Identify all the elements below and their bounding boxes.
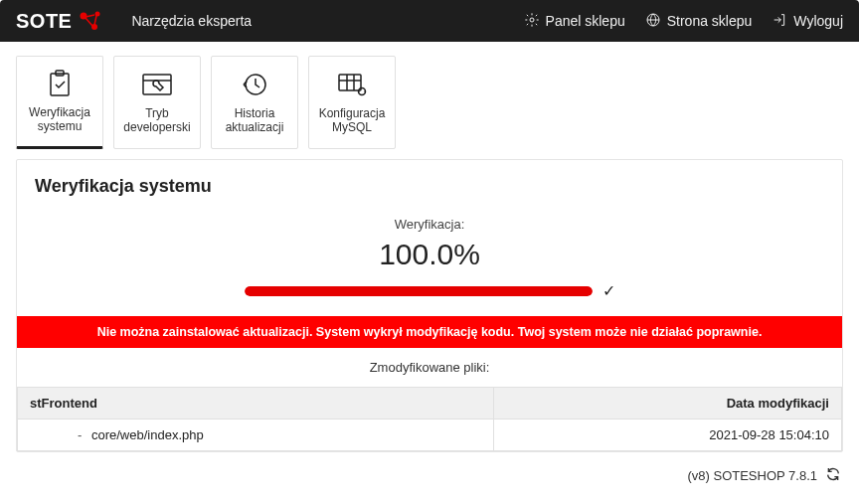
- progress-fill: [245, 286, 593, 296]
- tab-dev-label: Tryb developerski: [114, 106, 200, 135]
- store-link-label: Strona sklepu: [667, 13, 753, 29]
- verify-block: Weryfikacja: 100.0% ✓: [17, 207, 842, 316]
- tab-verify[interactable]: Weryfikacja systemu: [16, 56, 103, 149]
- modified-files-label: Zmodyfikowane pliki:: [17, 348, 842, 387]
- panel-link[interactable]: Panel sklepu: [524, 12, 625, 31]
- logout-icon: [772, 12, 787, 31]
- logout-link-label: Wyloguj: [793, 13, 843, 29]
- version-text: (v8) SOTESHOP 7.8.1: [687, 468, 817, 483]
- tabs: Weryfikacja systemu Tryb developerski Hi…: [0, 42, 859, 149]
- topbar-right: Panel sklepu Strona sklepu Wyloguj: [524, 12, 843, 31]
- logout-link[interactable]: Wyloguj: [772, 12, 843, 31]
- file-path: core/web/index.php: [78, 427, 204, 442]
- modified-files-table: stFrontend Data modyfikacji core/web/ind…: [17, 387, 842, 451]
- svg-point-17: [359, 87, 366, 94]
- topbar-title: Narzędzia eksperta: [131, 13, 252, 29]
- logo-icon: [78, 10, 103, 32]
- col-date: Data modyfikacji: [494, 388, 842, 420]
- globe-icon: [645, 12, 661, 31]
- history-icon: [238, 71, 271, 98]
- logo[interactable]: SOTE: [16, 10, 103, 33]
- svg-point-6: [530, 18, 534, 22]
- file-cell: core/web/index.php: [18, 420, 494, 451]
- svg-rect-10: [143, 75, 171, 94]
- main-panel: Weryfikacja systemu Weryfikacja: 100.0% …: [16, 159, 843, 452]
- progress-bar: [245, 286, 593, 296]
- verify-label: Weryfikacja:: [17, 217, 842, 232]
- topbar: SOTE Narzędzia eksperta Panel sklepu Str…: [0, 0, 859, 42]
- table-gear-icon: [335, 71, 369, 98]
- tab-mysql-label: Konfiguracja MySQL: [309, 106, 395, 135]
- brand-text: SOTE: [16, 10, 72, 33]
- error-alert: Nie można zainstalować aktualizacji. Sys…: [17, 316, 842, 348]
- panel-link-label: Panel sklepu: [546, 13, 625, 29]
- tab-history-label: Historia aktualizacji: [212, 106, 297, 135]
- svg-line-5: [94, 16, 96, 25]
- svg-rect-8: [51, 74, 69, 95]
- gear-icon: [524, 12, 540, 31]
- tab-history[interactable]: Historia aktualizacji: [211, 56, 298, 149]
- page-title: Weryfikacja systemu: [17, 160, 842, 207]
- tab-verify-label: Weryfikacja systemu: [17, 105, 102, 134]
- svg-point-1: [95, 12, 100, 17]
- refresh-icon[interactable]: [825, 466, 841, 485]
- footer: (v8) SOTESHOP 7.8.1: [0, 452, 859, 499]
- wrench-window-icon: [140, 71, 174, 98]
- store-link[interactable]: Strona sklepu: [645, 12, 753, 31]
- col-group: stFrontend: [18, 388, 494, 420]
- file-date: 2021-09-28 15:04:10: [494, 420, 842, 451]
- table-row: core/web/index.php 2021-09-28 15:04:10: [18, 420, 842, 451]
- tab-dev[interactable]: Tryb developerski: [113, 56, 201, 149]
- check-icon: ✓: [602, 281, 615, 300]
- tab-mysql[interactable]: Konfiguracja MySQL: [308, 56, 396, 149]
- verify-percent: 100.0%: [17, 238, 842, 271]
- progress-row: ✓: [17, 281, 842, 300]
- svg-rect-13: [339, 75, 361, 90]
- svg-line-4: [86, 18, 92, 26]
- clipboard-check-icon: [43, 70, 77, 97]
